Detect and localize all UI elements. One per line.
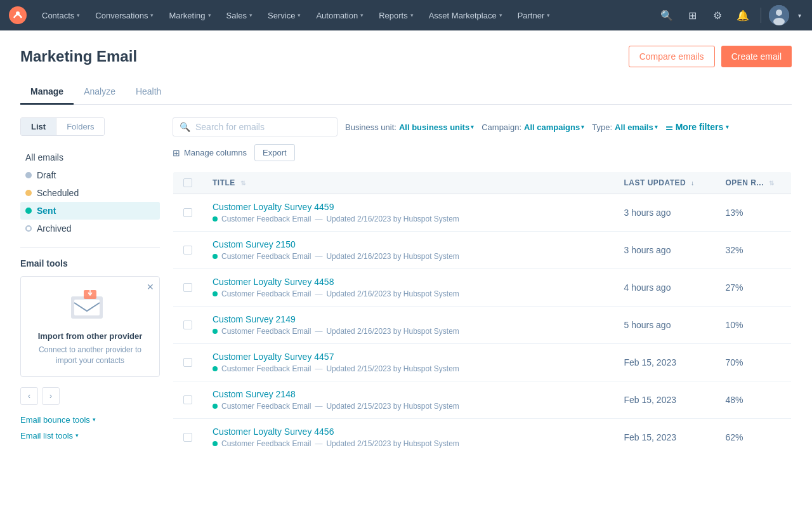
campaign-dropdown[interactable]: All campaigns ▾ — [524, 122, 584, 132]
search-icon: 🔍 — [180, 122, 190, 132]
nav-conversations[interactable]: Conversations ▾ — [89, 8, 160, 23]
search-box[interactable]: 🔍 — [173, 117, 337, 136]
row-checkbox[interactable] — [183, 395, 192, 404]
sidebar-item-archived[interactable]: Archived — [20, 220, 160, 237]
row-checkbox[interactable] — [183, 208, 192, 217]
row-checkbox[interactable] — [183, 321, 192, 329]
email-title-link[interactable]: Custom Survey 2148 — [213, 389, 604, 399]
email-type[interactable]: Customer Feedback Email — [221, 252, 311, 261]
folders-view-button[interactable]: Folders — [56, 118, 104, 135]
email-title-link[interactable]: Customer Loyalty Survey 4459 — [213, 202, 604, 212]
row-title-cell: Custom Survey 2149 Customer Feedback Ema… — [202, 307, 614, 344]
more-filters-button[interactable]: ⚌ More filters ▾ — [665, 122, 729, 132]
type-dropdown[interactable]: All emails ▾ — [615, 122, 658, 132]
chevron-down-icon: ▾ — [208, 12, 211, 18]
sidebar-item-sent[interactable]: Sent — [20, 202, 160, 220]
nav-marketing[interactable]: Marketing ▾ — [162, 8, 217, 23]
nav-sales[interactable]: Sales ▾ — [220, 8, 259, 23]
columns-icon: ⊞ — [173, 148, 180, 158]
sidebar-item-draft[interactable]: Draft — [20, 166, 160, 184]
svg-point-3 — [776, 10, 782, 16]
email-row-meta: Customer Feedback Email — Updated 2/15/2… — [213, 364, 604, 373]
email-tools-card: ✕ Import from other provider Connect to … — [20, 276, 160, 377]
email-row-meta: Customer Feedback Email — Updated 2/15/2… — [213, 439, 604, 448]
main-panel: 🔍 Business unit: All business units ▾ Ca… — [173, 117, 792, 456]
email-type[interactable]: Customer Feedback Email — [221, 439, 311, 448]
prev-arrow-button[interactable]: ‹ — [20, 387, 38, 405]
email-title-link[interactable]: Customer Loyalty Survey 4456 — [213, 427, 604, 437]
card-close-button[interactable]: ✕ — [147, 282, 154, 292]
email-list-tools-link[interactable]: Email list tools ▾ — [20, 431, 160, 440]
last-updated-column-header[interactable]: LAST UPDATED ↓ — [614, 172, 716, 194]
nav-partner[interactable]: Partner ▾ — [511, 8, 557, 23]
export-button[interactable]: Export — [254, 144, 295, 161]
title-column-header[interactable]: TITLE ⇅ — [202, 172, 614, 194]
card-title: Import from other provider — [31, 331, 149, 341]
row-checkbox[interactable] — [183, 358, 192, 367]
scheduled-dot-icon — [25, 190, 32, 196]
email-bounce-tools-link[interactable]: Email bounce tools ▾ — [20, 415, 160, 425]
sent-dot-icon — [25, 208, 32, 214]
status-dot-icon — [213, 291, 218, 296]
next-arrow-button[interactable]: › — [42, 387, 60, 405]
account-chevron-icon[interactable]: ▾ — [794, 5, 804, 25]
search-icon-button[interactable]: 🔍 — [657, 5, 677, 25]
row-checkbox[interactable] — [183, 283, 192, 292]
list-view-button[interactable]: List — [21, 118, 56, 135]
tab-analyze[interactable]: Analyze — [74, 80, 126, 105]
avatar[interactable] — [769, 5, 789, 25]
nav-automation[interactable]: Automation ▾ — [310, 8, 370, 23]
business-unit-dropdown[interactable]: All business units ▾ — [399, 122, 474, 132]
last-updated-header-label: LAST UPDATED — [624, 178, 686, 187]
email-type[interactable]: Customer Feedback Email — [221, 402, 311, 411]
email-title-link[interactable]: Customer Loyalty Survey 4457 — [213, 352, 604, 362]
row-title-cell: Customer Loyalty Survey 4456 Customer Fe… — [202, 419, 614, 456]
chevron-down-icon: ▾ — [249, 12, 252, 18]
email-title-link[interactable]: Customer Loyalty Survey 4458 — [213, 277, 604, 287]
search-input[interactable] — [195, 122, 331, 132]
nav-contacts[interactable]: Contacts ▾ — [36, 8, 86, 23]
email-type[interactable]: Customer Feedback Email — [221, 327, 311, 336]
create-email-button[interactable]: Create email — [721, 46, 792, 67]
email-title-link[interactable]: Custom Survey 2149 — [213, 314, 604, 324]
compare-emails-button[interactable]: Compare emails — [629, 46, 715, 67]
tab-health[interactable]: Health — [126, 80, 171, 105]
row-checkbox[interactable] — [183, 246, 192, 255]
tab-manage[interactable]: Manage — [20, 80, 74, 105]
chevron-down-icon: ▾ — [93, 416, 96, 423]
hubspot-logo[interactable] — [8, 5, 28, 25]
email-row-meta: Customer Feedback Email — Updated 2/16/2… — [213, 215, 604, 223]
row-last-updated-cell: 4 hours ago — [614, 269, 716, 307]
row-checkbox[interactable] — [183, 433, 192, 442]
email-updated-meta: Updated 2/16/2023 by Hubspot System — [326, 327, 459, 336]
manage-columns-button[interactable]: ⊞ Manage columns — [173, 148, 247, 158]
open-rate-value: 13% — [726, 208, 743, 218]
open-rate-value: 32% — [726, 245, 743, 255]
nav-service[interactable]: Service ▾ — [261, 8, 307, 23]
email-title-link[interactable]: Custom Survey 2150 — [213, 239, 604, 249]
nav-conversations-label: Conversations — [95, 11, 148, 20]
row-checkbox-cell — [173, 344, 203, 381]
email-type[interactable]: Customer Feedback Email — [221, 364, 311, 373]
nav-asset-marketplace[interactable]: Asset Marketplace ▾ — [422, 8, 509, 23]
email-type[interactable]: Customer Feedback Email — [221, 289, 311, 298]
open-rate-value: 62% — [726, 432, 743, 442]
select-all-checkbox[interactable] — [183, 178, 192, 187]
sidebar-item-all-emails[interactable]: All emails — [20, 149, 160, 166]
sidebar-item-scheduled[interactable]: Scheduled — [20, 184, 160, 202]
header-actions: Compare emails Create email — [629, 46, 792, 67]
email-type[interactable]: Customer Feedback Email — [221, 215, 311, 223]
apps-icon-button[interactable]: ⊞ — [682, 5, 702, 25]
more-filters-label: More filters — [676, 122, 723, 132]
nav-reports[interactable]: Reports ▾ — [372, 8, 420, 23]
notifications-icon-button[interactable]: 🔔 — [733, 5, 753, 25]
settings-icon-button[interactable]: ⚙ — [707, 5, 728, 25]
status-dot-icon — [213, 254, 218, 259]
status-dot-icon — [213, 366, 218, 371]
table-row: Customer Loyalty Survey 4458 Customer Fe… — [173, 269, 792, 307]
open-rate-column-header[interactable]: OPEN R... ⇅ — [716, 172, 792, 194]
status-dot-icon — [213, 216, 218, 222]
email-table: TITLE ⇅ LAST UPDATED ↓ OPEN R... ⇅ — [173, 171, 792, 456]
email-tools-title: Email tools — [20, 258, 160, 268]
chevron-down-icon: ▾ — [75, 432, 79, 439]
